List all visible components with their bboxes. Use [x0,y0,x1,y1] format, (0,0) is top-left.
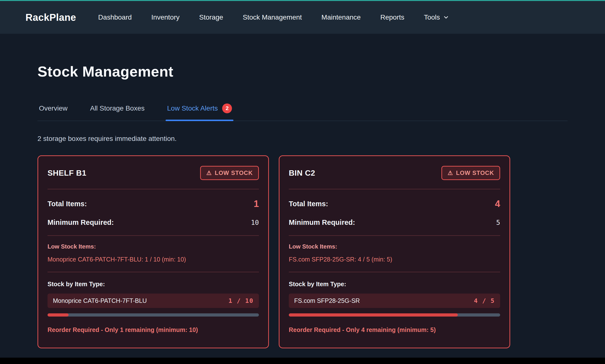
minimum-required-value: 10 [251,219,259,226]
item-name: FS.com SFP28-25G-SR [294,297,360,304]
warning-icon: ⚠ [448,169,453,176]
item-stock-row: FS.com SFP28-25G-SR 4 / 5 [289,294,500,308]
card-header: BIN C2 ⚠ LOW STOCK [289,166,500,180]
low-stock-items-label: Low Stock Items: [48,243,259,250]
low-stock-item-detail: FS.com SFP28-25G-SR: 4 / 5 (min: 5) [289,256,500,263]
low-stock-items-label: Low Stock Items: [289,243,500,250]
box-name: BIN C2 [289,169,315,178]
total-items-value: 4 [495,199,500,209]
item-count: 4 / 5 [474,297,495,304]
divider [48,272,259,272]
total-items-row: Total Items: 4 [289,199,500,209]
nav-item-storage[interactable]: Storage [199,13,223,21]
minimum-required-label: Minimum Required: [48,219,114,227]
stock-progress-bar [289,313,500,317]
nav-item-tools-dropdown[interactable]: Tools [424,13,449,21]
stock-progress-fill [289,313,458,317]
low-stock-status-badge: ⚠ LOW STOCK [441,166,500,180]
nav-item-maintenance[interactable]: Maintenance [321,13,360,21]
tab-overview[interactable]: Overview [38,104,69,120]
total-items-row: Total Items: 1 [48,199,259,209]
item-stock-row: Monoprice CAT6-PATCH-7FT-BLU 1 / 10 [48,294,259,308]
tab-bar: Overview All Storage Boxes Low Stock Ale… [38,104,567,121]
reorder-required-text: Reorder Required - Only 1 remaining (min… [48,326,259,333]
divider [289,235,500,236]
minimum-required-row: Minimum Required: 10 [48,219,259,227]
status-badge-label: LOW STOCK [456,169,494,176]
minimum-required-value: 5 [496,219,500,226]
stock-progress-fill [48,313,69,317]
low-stock-status-badge: ⚠ LOW STOCK [200,166,259,180]
total-items-value: 1 [254,199,259,209]
brand-logo[interactable]: RackPlane [26,12,76,23]
nav-item-inventory[interactable]: Inventory [151,13,179,21]
divider [289,189,500,189]
nav-tools-label: Tools [424,13,440,21]
low-stock-item-detail: Monoprice CAT6-PATCH-7FT-BLU: 1 / 10 (mi… [48,256,259,263]
tab-low-stock-alerts-label: Low Stock Alerts [167,104,218,112]
status-badge-label: LOW STOCK [215,169,253,176]
chevron-down-icon [443,14,449,21]
bottom-bar [0,358,605,364]
divider [289,272,500,272]
alert-summary-text: 2 storage boxes requires immediate atten… [38,135,567,143]
tab-low-stock-alerts[interactable]: Low Stock Alerts 2 [165,104,234,121]
page-title: Stock Management [38,63,567,80]
total-items-label: Total Items: [48,200,87,208]
divider [48,235,259,236]
total-items-label: Total Items: [289,200,328,208]
card-header: SHELF B1 ⚠ LOW STOCK [48,166,259,180]
tab-all-storage-boxes[interactable]: All Storage Boxes [89,104,146,120]
minimum-required-row: Minimum Required: 5 [289,219,500,227]
nav-item-reports[interactable]: Reports [380,13,404,21]
item-count: 1 / 10 [229,297,253,304]
stock-progress-bar [48,313,259,317]
storage-box-card-bin-c2: BIN C2 ⚠ LOW STOCK Total Items: 4 Minimu… [279,155,510,348]
storage-box-card-shelf-b1: SHELF B1 ⚠ LOW STOCK Total Items: 1 Mini… [38,155,269,348]
main-content: Stock Management Overview All Storage Bo… [0,63,605,348]
warning-icon: ⚠ [206,169,212,176]
reorder-required-text: Reorder Required - Only 4 remaining (min… [289,326,500,333]
stock-by-type-label: Stock by Item Type: [289,281,500,288]
item-name: Monoprice CAT6-PATCH-7FT-BLU [53,297,147,304]
app-screen: RackPlane Dashboard Inventory Storage St… [0,0,605,364]
nav-item-stock-management[interactable]: Stock Management [243,13,302,21]
low-stock-card-list: SHELF B1 ⚠ LOW STOCK Total Items: 1 Mini… [38,155,510,348]
nav-item-dashboard[interactable]: Dashboard [98,13,132,21]
top-navbar: RackPlane Dashboard Inventory Storage St… [0,0,605,34]
minimum-required-label: Minimum Required: [289,219,355,227]
box-name: SHELF B1 [48,169,86,178]
main-nav: Dashboard Inventory Storage Stock Manage… [98,13,449,21]
low-stock-count-badge: 2 [222,104,232,113]
divider [48,189,259,189]
stock-by-type-label: Stock by Item Type: [48,281,259,288]
